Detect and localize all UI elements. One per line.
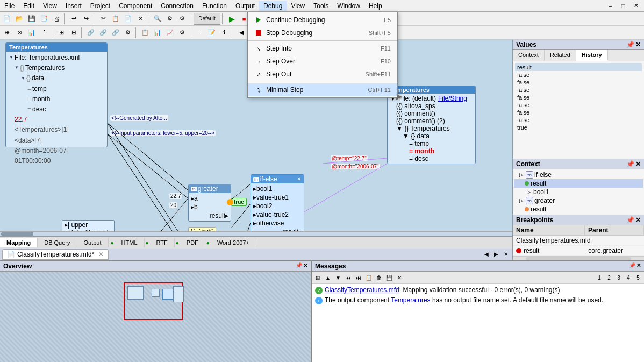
cut-btn[interactable]: ✂	[97, 13, 109, 25]
tree-row-data-arr[interactable]: <data>[7]	[8, 136, 105, 146]
menu-connection[interactable]: Connection	[156, 1, 198, 11]
bp-close-icon[interactable]: ✕	[635, 216, 641, 224]
menu-edit[interactable]: Edit	[19, 1, 39, 11]
canvas-hscroll[interactable]	[0, 231, 512, 236]
tree-row-temp[interactable]: = temp	[8, 84, 105, 94]
tree-row-temps-arr[interactable]: <Temperatures>[1]	[8, 125, 105, 135]
tree-row-temps[interactable]: ▼ {} Temperatures	[8, 63, 105, 73]
tb2-13[interactable]: 📈	[164, 27, 176, 39]
menu-item-step-into[interactable]: ↘ Step Into F11	[248, 42, 397, 55]
value-false-2[interactable]: false	[515, 79, 642, 86]
msg-up-btn[interactable]: ▲	[323, 273, 333, 282]
bp-scroll-thumb[interactable]	[526, 257, 631, 260]
redo-btn[interactable]: ↪	[80, 13, 92, 25]
tb2-7[interactable]: 🔗	[85, 27, 97, 39]
menu-component[interactable]: Component	[115, 1, 156, 11]
context-close-icon[interactable]: ✕	[635, 160, 641, 168]
msg-first-btn[interactable]: ⏮	[344, 273, 353, 282]
msg-sb1[interactable]: 1	[595, 273, 604, 282]
menu-file[interactable]: File	[0, 1, 19, 11]
output-tab[interactable]: Output	[77, 238, 109, 247]
menu-project[interactable]: Project	[86, 1, 115, 11]
tb2-4[interactable]: ⋮	[38, 27, 50, 39]
dbquery-tab[interactable]: DB Query	[38, 238, 77, 247]
print-btn[interactable]: 🖨	[51, 13, 62, 25]
values-close-icon[interactable]: ✕	[635, 41, 641, 48]
values-pin-icon[interactable]: 📌	[626, 41, 634, 48]
greater-node[interactable]: fn greater ▸a ▸b result▸	[188, 184, 231, 222]
tree-row-month[interactable]: = month	[8, 94, 105, 104]
msg-sb2[interactable]: 2	[604, 273, 614, 282]
msg-export-btn[interactable]: 💾	[384, 273, 394, 282]
debug-play-btn[interactable]: ▶	[226, 13, 238, 25]
tb2-14[interactable]: ⚙	[176, 27, 188, 39]
ctx-ifelse[interactable]: ▷ fn if-else	[514, 171, 643, 179]
ifelse-close[interactable]: ✕	[297, 176, 302, 182]
messages-pin-icon[interactable]: 📌	[629, 262, 635, 270]
menu-item-step-out[interactable]: ↗ Step Out Shift+F11	[248, 68, 397, 81]
tb2-16[interactable]: 📝	[206, 27, 218, 39]
file-tab-classify[interactable]: 📄 ClassifyTemperatures.mfd* ✕	[2, 249, 109, 260]
paste-btn[interactable]: 📄	[122, 13, 134, 25]
tb2-3[interactable]: 📊	[26, 27, 38, 39]
value-false-1[interactable]: false	[515, 71, 642, 79]
pdf-tab[interactable]: PDF	[180, 238, 205, 247]
tools2-btn[interactable]: ⚙	[176, 13, 188, 25]
menu-function[interactable]: Function	[198, 1, 231, 11]
restore-btn[interactable]: □	[617, 0, 629, 12]
ifelse-node[interactable]: fn if-else ✕ ▸bool1 ▸value-true1 ▸bool2 …	[251, 174, 304, 231]
msg-sb4[interactable]: 4	[624, 273, 633, 282]
new-btn[interactable]: 📄	[1, 13, 13, 25]
temperatures-link[interactable]: Temperatures	[391, 296, 430, 304]
find-btn[interactable]: 🔍	[152, 13, 163, 25]
tb2-9[interactable]: 🔗	[110, 27, 121, 39]
value-result[interactable]: result	[515, 63, 642, 71]
value-false-5[interactable]: false	[515, 101, 642, 109]
file-close-icon[interactable]: ✕	[98, 251, 104, 258]
close-btn[interactable]: ✕	[630, 0, 642, 12]
save-btn[interactable]: 💾	[26, 13, 38, 25]
ctx-bool1[interactable]: ▷ bool1	[514, 188, 643, 196]
tb2-15[interactable]: ≡	[194, 27, 205, 39]
html-tab[interactable]: HTML	[115, 238, 145, 247]
tools1-btn[interactable]: ⚙	[164, 13, 176, 25]
menu-help[interactable]: Help	[364, 1, 387, 11]
messages-close-icon[interactable]: ✕	[636, 262, 641, 270]
msg-clear-btn[interactable]: 🗑	[374, 273, 384, 282]
tree-row-desc[interactable]: = desc	[8, 104, 105, 115]
menu-debug[interactable]: Debug	[259, 1, 287, 11]
ctx-result[interactable]: result	[514, 179, 643, 188]
menu-output[interactable]: Output	[231, 1, 259, 11]
tree-row-22[interactable]: 22.7	[8, 115, 105, 125]
tab-related[interactable]: Related	[545, 50, 576, 61]
word-tab[interactable]: Word 2007+	[211, 238, 256, 247]
ctx-greater[interactable]: ▷ fn greater	[514, 196, 643, 205]
tb2-2[interactable]: ⊗	[13, 27, 25, 39]
menu-view[interactable]: View	[39, 1, 61, 11]
msg-close-btn[interactable]: ✕	[395, 273, 404, 282]
menu-item-continue[interactable]: Continue Debugging F5	[248, 13, 397, 26]
tree-row-file[interactable]: ▼ File: Temperatures.xml	[8, 53, 105, 63]
context-pin-icon[interactable]: 📌	[626, 160, 634, 168]
msg-copy-btn[interactable]: 📋	[364, 273, 374, 282]
menu-insert[interactable]: Insert	[61, 1, 86, 11]
tb2-11[interactable]: 📋	[139, 27, 151, 39]
hscroll-thumb[interactable]	[1, 232, 33, 236]
overview-close-icon[interactable]: ✕	[303, 262, 307, 270]
tb2-12[interactable]: 📊	[152, 27, 163, 39]
mapping-tab[interactable]: Mapping	[0, 238, 38, 247]
file-link-out[interactable]: File/String	[438, 95, 467, 102]
tab-close-all[interactable]: ✕	[502, 250, 510, 259]
bp-scrollbar[interactable]	[513, 256, 644, 260]
tab-nav-right[interactable]: ▶	[492, 250, 500, 259]
bp-pin-icon[interactable]: 📌	[626, 216, 634, 224]
classify-link[interactable]: ClassifyTemperatures.mfd	[325, 286, 399, 294]
delete-btn[interactable]: ✕	[134, 13, 146, 25]
ctx-greater-result[interactable]: result	[514, 205, 643, 214]
tb2-6[interactable]: ⊟	[68, 27, 80, 39]
value-false-7[interactable]: false	[515, 116, 642, 124]
msg-down-btn[interactable]: ▼	[333, 273, 343, 282]
menu-item-minimal-step[interactable]: ⤵ Minimal Step Ctrl+F11	[248, 83, 397, 96]
save-all-btn[interactable]: 📑	[38, 13, 50, 25]
tree-row-data[interactable]: ▼ {} data	[8, 73, 105, 83]
